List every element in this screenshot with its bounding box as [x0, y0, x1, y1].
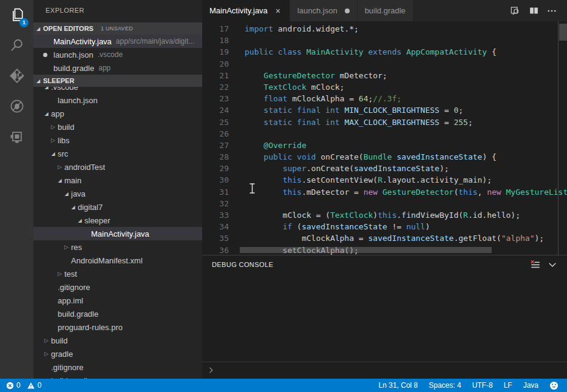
code-line[interactable]: 23 float mClockAlpha = 64;//.3f;: [202, 93, 567, 104]
tree-item[interactable]: .gitignore: [33, 360, 202, 374]
tree-item[interactable]: proguard-rules.pro: [33, 320, 202, 334]
code-line[interactable]: 31 this.mDetector = new GestureDetector(…: [202, 186, 567, 198]
open-editors-section-header[interactable]: ◢ OPEN EDITORS 1 UNSAVED: [33, 22, 202, 35]
line-number[interactable]: 33: [202, 209, 229, 221]
close-icon[interactable]: ×: [274, 6, 282, 16]
console-input[interactable]: [202, 362, 567, 378]
line-number[interactable]: 32: [202, 198, 229, 209]
status-item[interactable]: Ln 31, Col 8: [379, 381, 418, 390]
code-token: int: [325, 118, 339, 127]
line-number[interactable]: 19: [202, 46, 229, 58]
tree-item[interactable]: ◢src: [33, 147, 202, 160]
code-line[interactable]: 27 @Override: [202, 140, 567, 151]
line-number[interactable]: 25: [202, 117, 229, 128]
vertical-scrollbar-thumb[interactable]: [559, 24, 567, 41]
problems-warnings[interactable]: 0: [27, 381, 42, 390]
folder-section-header[interactable]: ◢ SLEEPER: [33, 75, 202, 87]
open-preview-button[interactable]: [506, 0, 525, 21]
tree-item[interactable]: MainActivity.java: [33, 227, 202, 240]
clear-console-button[interactable]: [527, 256, 544, 273]
code-line[interactable]: 24 static final int MIN_CLOCK_BRIGHTNESS…: [202, 104, 567, 116]
line-number[interactable]: 31: [202, 186, 229, 198]
problems-errors[interactable]: 0: [6, 381, 21, 390]
line-number[interactable]: 26: [202, 128, 229, 140]
tree-item[interactable]: .gitignore: [33, 280, 202, 294]
code-line[interactable]: 28 public void onCreate(Bundle savedInst…: [202, 151, 567, 163]
line-number[interactable]: 34: [202, 221, 229, 232]
code-line[interactable]: 25 static final int MAX_CLOCK_BRIGHTNESS…: [202, 117, 567, 128]
code-line[interactable]: 18: [202, 35, 567, 46]
line-number[interactable]: 28: [202, 151, 229, 163]
tree-item[interactable]: ▷gradle: [33, 347, 202, 360]
code-line[interactable]: 20: [202, 58, 567, 70]
editor-tab[interactable]: launch.json: [290, 0, 358, 21]
code-token: savedInstanceState: [302, 222, 387, 231]
code-editor[interactable]: 17import android.widget.*;1819public cla…: [202, 21, 567, 255]
activity-source-control-button[interactable]: [0, 61, 33, 91]
code-line[interactable]: 29 super.onCreate(savedInstanceState);: [202, 163, 567, 174]
tab-label: build.gradle: [365, 6, 406, 15]
status-item[interactable]: Java: [523, 381, 538, 390]
code-line[interactable]: 21 GestureDetector mDetector;: [202, 70, 567, 81]
split-editor-button[interactable]: [525, 0, 543, 21]
status-item[interactable]: UTF-8: [472, 381, 493, 390]
tree-item[interactable]: AndroidManifest.xml: [33, 254, 202, 267]
open-editor-item[interactable]: build.gradleapp: [33, 61, 202, 75]
open-editor-item[interactable]: launch.json.vscode: [33, 48, 202, 61]
close-panel-button[interactable]: [544, 256, 561, 273]
activity-search-button[interactable]: [0, 30, 33, 61]
editor-tab[interactable]: build.gradle: [358, 0, 413, 21]
code-line[interactable]: 32: [202, 198, 567, 209]
status-item[interactable]: Spaces: 4: [429, 381, 461, 390]
editor-tab[interactable]: MainActivity.java×: [202, 0, 290, 21]
activity-extensions-button[interactable]: [0, 121, 33, 152]
warning-count: 0: [38, 381, 42, 390]
tree-item[interactable]: app.iml: [33, 294, 202, 307]
tree-item[interactable]: ◢sleeper: [33, 214, 202, 227]
code-line[interactable]: 19public class MainActivity extends AppC…: [202, 46, 567, 58]
tree-item[interactable]: launch.json: [33, 93, 202, 107]
line-number[interactable]: 22: [202, 81, 229, 93]
code-line[interactable]: 26: [202, 128, 567, 140]
open-editor-item[interactable]: MainActivity.javaapp/src/main/java/digit…: [33, 35, 202, 48]
activity-debug-button[interactable]: [0, 91, 33, 121]
vertical-scrollbar-track[interactable]: [558, 21, 567, 255]
tree-item[interactable]: ◢main: [33, 174, 202, 187]
line-number[interactable]: 27: [202, 140, 229, 151]
code-line[interactable]: 22 TextClock mClock;: [202, 81, 567, 93]
line-number[interactable]: 21: [202, 70, 229, 81]
more-actions-button[interactable]: [543, 0, 561, 21]
code-line[interactable]: 30 this.setContentView(R.layout.activity…: [202, 174, 567, 186]
activity-explorer-button[interactable]: 1: [0, 0, 33, 30]
tree-item[interactable]: ▷build: [33, 334, 202, 347]
tree-item[interactable]: ▷androidTest: [33, 160, 202, 174]
code-line[interactable]: 34 if (savedInstanceState != null): [202, 221, 567, 232]
tree-item[interactable]: ◢app: [33, 107, 202, 120]
line-number[interactable]: 24: [202, 104, 229, 116]
line-number[interactable]: 18: [202, 35, 229, 46]
line-number[interactable]: 30: [202, 174, 229, 186]
line-number[interactable]: 20: [202, 58, 229, 70]
line-number[interactable]: 29: [202, 163, 229, 174]
tree-item[interactable]: ▷res: [33, 240, 202, 254]
tree-item[interactable]: build.gradle: [33, 374, 202, 379]
line-number[interactable]: 35: [202, 232, 229, 244]
line-number[interactable]: 23: [202, 93, 229, 104]
tree-item[interactable]: ▷libs: [33, 133, 202, 147]
tree-item[interactable]: ◢digital7: [33, 200, 202, 214]
code-line[interactable]: 17import android.widget.*;: [202, 23, 567, 35]
code-text: import android.widget.*;: [245, 23, 359, 35]
tree-item[interactable]: ▷test: [33, 267, 202, 280]
line-number[interactable]: 17: [202, 23, 229, 35]
tree-item[interactable]: ◢java: [33, 187, 202, 200]
code-token: [401, 47, 406, 56]
tree-item[interactable]: ▷build: [33, 120, 202, 133]
code-text: public class MainActivity extends AppCom…: [245, 46, 497, 58]
tree-item[interactable]: build.gradle: [33, 307, 202, 320]
status-item[interactable]: LF: [504, 381, 512, 390]
code-line[interactable]: 35 mClockAlpha = savedInstanceState.getF…: [202, 232, 567, 244]
horizontal-scrollbar[interactable]: [240, 247, 492, 253]
feedback-button[interactable]: [549, 381, 561, 390]
code-line[interactable]: 33 mClock = (TextClock)this.findViewById…: [202, 209, 567, 221]
line-number[interactable]: 36: [202, 245, 229, 255]
